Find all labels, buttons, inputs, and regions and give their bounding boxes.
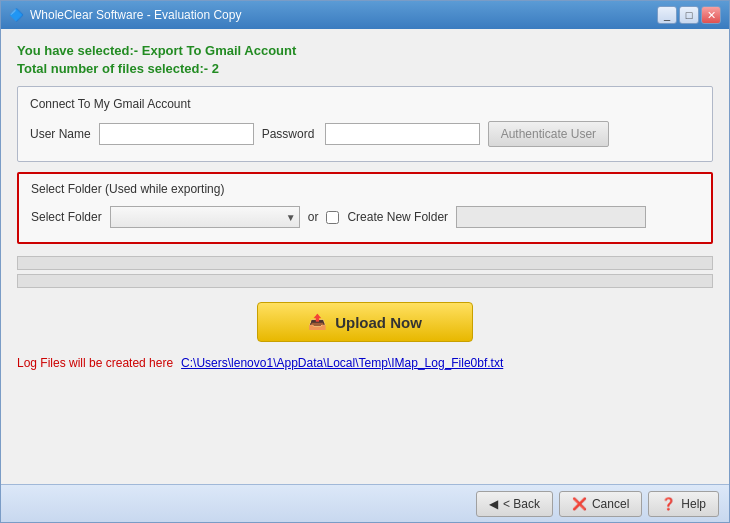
log-file-link[interactable]: C:\Users\lenovo1\AppData\Local\Temp\IMap… [181, 356, 503, 370]
folder-row: Select Folder ▼ or Create New Folder [31, 206, 699, 228]
close-button[interactable]: ✕ [701, 6, 721, 24]
title-bar-left: 🔷 WholeClear Software - Evaluation Copy [9, 8, 241, 22]
folder-section-title: Select Folder (Used while exporting) [31, 182, 699, 196]
content-area: You have selected:- Export To Gmail Acco… [1, 29, 729, 484]
help-label: Help [681, 497, 706, 511]
selected-export-info: You have selected:- Export To Gmail Acco… [17, 43, 713, 58]
log-section: Log Files will be created here C:\Users\… [17, 356, 713, 370]
upload-now-label: Upload Now [335, 314, 422, 331]
window-title: WholeClear Software - Evaluation Copy [30, 8, 241, 22]
progress-area [17, 256, 713, 288]
upload-btn-area: 📤 Upload Now [17, 302, 713, 342]
bottom-bar: ◀ < Back ❌ Cancel ❓ Help [1, 484, 729, 522]
new-folder-name-input[interactable] [456, 206, 646, 228]
info-section: You have selected:- Export To Gmail Acco… [17, 43, 713, 76]
back-label: < Back [503, 497, 540, 511]
main-window: 🔷 WholeClear Software - Evaluation Copy … [0, 0, 730, 523]
log-label: Log Files will be created here [17, 356, 173, 370]
title-bar: 🔷 WholeClear Software - Evaluation Copy … [1, 1, 729, 29]
or-text: or [308, 210, 319, 224]
username-label: User Name [30, 127, 91, 141]
create-new-folder-checkbox[interactable] [326, 211, 339, 224]
maximize-button[interactable]: □ [679, 6, 699, 24]
username-input[interactable] [99, 123, 254, 145]
files-count-info: Total number of files selected:- 2 [17, 61, 713, 76]
upload-icon: 📤 [308, 313, 327, 331]
gmail-section-title: Connect To My Gmail Account [30, 97, 700, 111]
folder-dropdown[interactable] [110, 206, 300, 228]
select-folder-label: Select Folder [31, 210, 102, 224]
back-icon: ◀ [489, 497, 498, 511]
gmail-fields: User Name Password Authenticate User [30, 121, 700, 147]
cancel-label: Cancel [592, 497, 629, 511]
progress-bar-outer-2 [17, 274, 713, 288]
progress-bar-outer [17, 256, 713, 270]
title-bar-buttons: _ □ ✕ [657, 6, 721, 24]
help-button[interactable]: ❓ Help [648, 491, 719, 517]
cancel-icon: ❌ [572, 497, 587, 511]
back-button[interactable]: ◀ < Back [476, 491, 553, 517]
upload-now-button[interactable]: 📤 Upload Now [257, 302, 473, 342]
cancel-button[interactable]: ❌ Cancel [559, 491, 642, 517]
folder-section: Select Folder (Used while exporting) Sel… [17, 172, 713, 244]
minimize-button[interactable]: _ [657, 6, 677, 24]
create-new-folder-label: Create New Folder [347, 210, 448, 224]
password-label: Password [262, 127, 317, 141]
password-input[interactable] [325, 123, 480, 145]
gmail-section: Connect To My Gmail Account User Name Pa… [17, 86, 713, 162]
help-icon: ❓ [661, 497, 676, 511]
folder-dropdown-wrapper: ▼ [110, 206, 300, 228]
authenticate-button[interactable]: Authenticate User [488, 121, 609, 147]
app-icon: 🔷 [9, 8, 24, 22]
